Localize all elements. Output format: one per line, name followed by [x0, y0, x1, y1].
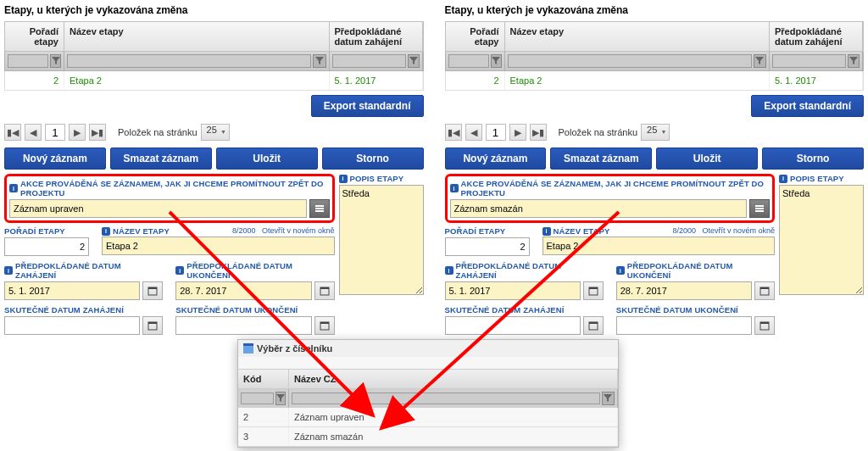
delete-button[interactable]: Smazat záznam [550, 148, 652, 170]
datzah-input[interactable] [445, 281, 581, 300]
export-button[interactable]: Export standardní [751, 95, 864, 117]
calendar-icon[interactable] [314, 316, 335, 335]
info-icon: i [4, 266, 13, 275]
filter-poradi[interactable] [8, 54, 48, 68]
grid-filter [4, 52, 424, 71]
popup-col-kod[interactable]: Kód [238, 370, 289, 388]
nazev-input[interactable] [542, 237, 776, 255]
nazev-input[interactable] [102, 237, 335, 255]
lookup-icon[interactable] [309, 199, 330, 218]
funnel-icon[interactable] [313, 54, 326, 68]
filter-nazev[interactable] [67, 54, 311, 68]
svg-rect-1 [315, 208, 324, 209]
popup-title: Výběr z číselníku [238, 340, 618, 357]
cell-poradi: 2 [5, 71, 64, 90]
save-button[interactable]: Uložit [216, 148, 318, 170]
skuk-input[interactable] [175, 316, 311, 335]
new-button[interactable]: Nový záznam [4, 148, 106, 170]
funnel-icon[interactable] [602, 392, 615, 405]
calendar-icon[interactable] [754, 281, 775, 300]
col-poradi[interactable]: Pořadí etapy [5, 22, 64, 51]
skzah-input[interactable] [4, 316, 140, 335]
skzah-input[interactable] [445, 316, 581, 335]
panel-title: Etapy, u kterých je vykazována změna [4, 4, 424, 16]
funnel-icon[interactable] [754, 54, 766, 68]
datuk-input[interactable] [175, 281, 311, 300]
pager-first-icon[interactable]: ▮◀ [4, 124, 21, 141]
col-nazev[interactable]: Název etapy [505, 22, 771, 51]
popup-row[interactable]: 3 Záznam smazán [238, 427, 618, 447]
skuk-label: SKUTEČNÉ DATUM UKONČENÍ [616, 305, 775, 315]
delete-button[interactable]: Smazat záznam [110, 148, 212, 170]
funnel-icon[interactable] [408, 54, 420, 68]
funnel-icon[interactable] [848, 54, 860, 68]
filter-nazev[interactable] [508, 54, 752, 68]
pager-size-combo[interactable]: 25 [201, 124, 230, 141]
save-button[interactable]: Uložit [656, 148, 758, 170]
open-new-window-link[interactable]: Otevřít v novém okně [702, 226, 775, 235]
info-icon: i [450, 184, 459, 192]
popup-row[interactable]: 2 Záznam upraven [238, 408, 618, 427]
lookup-popup: Výběr z číselníku Kód Název CZ 2 Záznam … [237, 339, 619, 448]
akce-label: iAKCE PROVÁDĚNÁ SE ZÁZNAMEM, JAK JI CHCE… [9, 179, 330, 198]
col-poradi[interactable]: Pořadí etapy [446, 22, 505, 51]
poradi-input[interactable] [4, 237, 89, 256]
akce-input[interactable] [450, 199, 748, 218]
pager-last-icon[interactable]: ▶▮ [530, 124, 547, 141]
datzah-input[interactable] [4, 281, 140, 300]
pager-first-icon[interactable]: ▮◀ [445, 124, 462, 141]
col-nazev[interactable]: Název etapy [64, 22, 330, 51]
table-row[interactable]: 2 Etapa 2 5. 1. 2017 [445, 71, 865, 91]
popis-label: iPOPIS ETAPY [779, 174, 864, 183]
poradi-label: POŘADÍ ETAPY [445, 226, 530, 236]
calendar-icon[interactable] [314, 281, 335, 300]
lookup-icon[interactable] [749, 199, 770, 218]
popup-filter-nazev[interactable] [292, 393, 600, 404]
export-button[interactable]: Export standardní [311, 95, 424, 117]
calendar-icon[interactable] [754, 316, 775, 335]
panel-left: Etapy, u kterých je vykazována změna Poř… [4, 4, 424, 340]
datuk-label: iPŘEDPOKLÁDANÉ DATUM UKONČENÍ [616, 261, 775, 280]
calendar-icon[interactable] [583, 316, 604, 335]
pager-size-combo[interactable]: 25 [641, 124, 670, 141]
open-new-window-link[interactable]: Otevřít v novém okně [262, 226, 335, 235]
window-icon [243, 343, 253, 354]
skzah-label: SKUTEČNÉ DATUM ZAHÁJENÍ [445, 305, 604, 315]
grid-header: Pořadí etapy Název etapy Předpokládané d… [4, 21, 424, 52]
funnel-icon[interactable] [275, 392, 286, 405]
calendar-icon[interactable] [583, 281, 604, 300]
info-icon: i [175, 266, 184, 275]
pager-page-input[interactable] [486, 124, 506, 141]
action-row: Nový záznam Smazat záznam Uložit Storno [445, 148, 865, 170]
funnel-icon[interactable] [50, 54, 61, 68]
pager-page-input[interactable] [45, 124, 65, 141]
col-datum[interactable]: Předpokládané datum zahájení [330, 22, 423, 51]
calendar-icon[interactable] [142, 316, 163, 335]
funnel-icon[interactable] [491, 54, 502, 68]
cancel-button[interactable]: Storno [762, 148, 864, 170]
calendar-icon[interactable] [142, 281, 163, 300]
popup-filter-kod[interactable] [241, 393, 274, 404]
pager-prev-icon[interactable]: ◀ [465, 124, 482, 141]
col-datum[interactable]: Předpokládané datum zahájení [770, 22, 863, 51]
akce-input[interactable] [9, 199, 307, 218]
filter-poradi[interactable] [448, 54, 489, 68]
popup-col-nazev[interactable]: Název CZ [289, 370, 618, 388]
pager: ▮◀ ◀ ▶ ▶▮ Položek na stránku 25 [445, 124, 865, 141]
table-row[interactable]: 2 Etapa 2 5. 1. 2017 [4, 71, 424, 91]
svg-rect-17 [760, 287, 769, 289]
pager-next-icon[interactable]: ▶ [69, 124, 86, 141]
pager-prev-icon[interactable]: ◀ [25, 124, 42, 141]
pager-next-icon[interactable]: ▶ [509, 124, 526, 141]
popis-textarea[interactable] [779, 185, 864, 295]
skuk-input[interactable] [616, 316, 752, 335]
datuk-input[interactable] [616, 281, 752, 300]
info-icon: i [102, 227, 110, 236]
filter-datum[interactable] [332, 54, 406, 68]
cancel-button[interactable]: Storno [322, 148, 424, 170]
new-button[interactable]: Nový záznam [445, 148, 547, 170]
pager-last-icon[interactable]: ▶▮ [89, 124, 106, 141]
filter-datum[interactable] [772, 54, 846, 68]
popis-textarea[interactable] [339, 185, 424, 295]
poradi-input[interactable] [445, 237, 530, 256]
